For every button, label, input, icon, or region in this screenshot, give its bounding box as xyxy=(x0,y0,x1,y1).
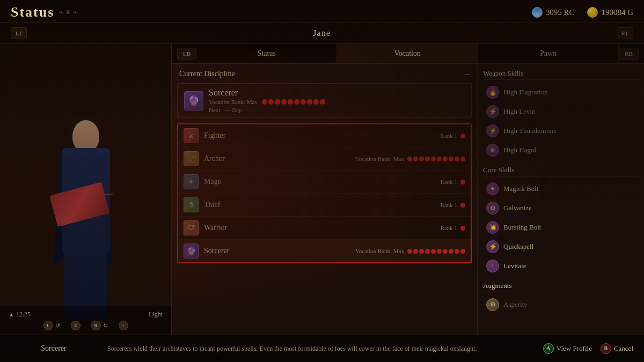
skill-galvanize[interactable]: ⚙ Galvanize xyxy=(483,199,639,217)
sorc-dot-9 xyxy=(455,249,459,254)
top-nav: LT Jane RT xyxy=(0,23,644,43)
dot-10 xyxy=(320,99,325,105)
rotate-right-icon: ↻ xyxy=(103,322,108,329)
mage-icon: ✦ xyxy=(184,174,199,189)
skill-levitate[interactable]: ↑ Levitate xyxy=(483,257,639,275)
view-profile-button[interactable]: A View Profile xyxy=(543,343,592,354)
content-area: Current Discipline – 🔮 Sorcerer Vocation… xyxy=(172,64,644,335)
rc-currency: 3095 RC xyxy=(532,7,575,18)
view-profile-label: View Profile xyxy=(557,344,592,353)
core-skills-title: Core Skills xyxy=(483,166,639,176)
archer-dot-3 xyxy=(419,157,424,161)
skill-bursting-bolt[interactable]: 💥 Bursting Bolt xyxy=(483,218,639,237)
vocation-row-thief[interactable]: 🗡 Thief Rank 1 xyxy=(178,194,471,217)
skill-high-thundermine[interactable]: ⚡ High Thundermine xyxy=(483,122,639,140)
thief-dot-1 xyxy=(460,203,465,208)
skill-magick-bolt[interactable]: ✦ Magick Bolt xyxy=(483,180,639,198)
rotate-left-control[interactable]: L ↺ xyxy=(43,321,60,330)
rb-tab-trigger[interactable]: RB xyxy=(619,48,639,60)
skills-panel: Weapon Skills 🔥 High Flagration ⚡ High L… xyxy=(478,64,644,335)
thief-rank-text: Rank 1 xyxy=(441,202,457,208)
dot-9 xyxy=(313,99,319,105)
thief-icon: 🗡 xyxy=(184,197,199,212)
current-vocation-details: Sorcerer Vocation Rank: Max xyxy=(209,88,465,113)
high-flagration-icon: 🔥 xyxy=(486,86,499,99)
current-vocation-rank-row: Vocation Rank: Max xyxy=(209,99,465,105)
sorcerer-icon: 🔮 xyxy=(184,243,199,258)
rc-icon xyxy=(532,7,543,18)
fighter-dot-1 xyxy=(460,134,465,138)
archer-dots xyxy=(407,157,465,161)
skill-quickspell[interactable]: ⚡ Quickspell xyxy=(483,238,639,256)
archer-dot-10 xyxy=(460,157,465,161)
discipline-minus-button[interactable]: – xyxy=(465,69,470,79)
vocation-row-sorcerer[interactable]: 🔮 Sorcerer Vocation Rank: Max xyxy=(178,240,471,262)
archer-dot-8 xyxy=(449,157,453,161)
list-control[interactable]: ≡ xyxy=(71,321,80,330)
thief-dots xyxy=(460,203,465,208)
magick-bolt-name: Magick Bolt xyxy=(503,184,538,193)
current-rank-label: Vocation Rank: Max xyxy=(209,99,258,105)
sorc-dot-6 xyxy=(437,249,442,254)
vocation-row-warrior[interactable]: 🛡 Warrior Rank 1 xyxy=(178,217,471,240)
rotate-left-icon: ↺ xyxy=(55,322,60,329)
bursting-bolt-name: Bursting Bolt xyxy=(503,223,541,232)
mage-name: Mage xyxy=(204,178,435,186)
gold-amount: 190084 G xyxy=(601,8,633,17)
mage-dot-1 xyxy=(460,180,465,184)
archer-dot-2 xyxy=(413,157,418,161)
rt-button[interactable]: RT xyxy=(617,27,633,39)
header: Status ❧❦❧ 3095 RC 190084 G xyxy=(0,0,644,23)
lt-button[interactable]: LT xyxy=(11,27,27,39)
sorc-dot-2 xyxy=(413,249,418,254)
bottom-description: Sorcerers wield their archistaves to inc… xyxy=(97,344,543,353)
character-head xyxy=(72,120,99,152)
player-name: Jane xyxy=(27,28,616,38)
dot-5 xyxy=(288,99,293,105)
vocation-row-archer[interactable]: 🏹 Archer Vocation Rank: Max xyxy=(178,147,471,171)
dot-3 xyxy=(275,99,280,105)
archer-rank-text: Vocation Rank: Max xyxy=(355,156,404,162)
archer-icon: 🏹 xyxy=(184,151,199,166)
dot-2 xyxy=(268,99,274,105)
cancel-button[interactable]: B Cancel xyxy=(601,343,633,354)
warrior-rank-text: Rank 1 xyxy=(441,225,457,231)
bursting-bolt-icon: 💥 xyxy=(486,221,499,234)
zoom-control[interactable]: ↕ xyxy=(119,321,128,330)
core-skills-section: Core Skills ✦ Magick Bolt ⚙ Galvanize 💥 … xyxy=(483,166,639,275)
center-panel: Current Discipline – 🔮 Sorcerer Vocation… xyxy=(172,64,478,335)
sorcerer-dots xyxy=(407,249,465,254)
high-thundermine-name: High Thundermine xyxy=(503,127,557,135)
tab-status[interactable]: Status xyxy=(196,43,337,63)
character-panel: ▲ 12.25 Light L ↺ ≡ R ↻ xyxy=(0,43,172,335)
sorcerer-rank-info: Vocation Rank: Max xyxy=(355,248,465,254)
skill-high-levin[interactable]: ⚡ High Levin xyxy=(483,102,639,121)
lb-tab-trigger[interactable]: LB xyxy=(177,48,196,60)
archer-dot-7 xyxy=(443,157,448,161)
discipline-header: Current Discipline – xyxy=(177,69,472,79)
skill-asperity[interactable]: ⚙ Asperity xyxy=(483,295,639,314)
current-vocation-row: 🔮 Sorcerer Vocation Rank: Max xyxy=(184,88,465,113)
levitate-icon: ↑ xyxy=(486,260,499,272)
fighter-rank-info: Rank 1 xyxy=(441,132,465,139)
vocation-row-fighter[interactable]: ⚔ Fighter Rank 1 xyxy=(178,124,471,147)
skill-high-hagol[interactable]: ❄ High Hagol xyxy=(483,141,639,159)
main-layout: ▲ 12.25 Light L ↺ ≡ R ↻ xyxy=(0,43,644,335)
bottom-actions: A View Profile B Cancel xyxy=(543,343,633,354)
tab-pawn[interactable]: Pawn xyxy=(478,43,619,63)
skill-high-flagration[interactable]: 🔥 High Flagration xyxy=(483,83,639,101)
asperity-name: Asperity xyxy=(503,300,528,309)
sorc-dot-4 xyxy=(425,249,430,254)
bottom-vocation-name: Sorcerer xyxy=(11,344,97,353)
warrior-dot-1 xyxy=(460,226,465,231)
archer-dot-4 xyxy=(425,157,430,161)
vocation-row-mage[interactable]: ✦ Mage Rank 1 xyxy=(178,171,471,194)
sorc-dot-8 xyxy=(449,249,453,254)
rotate-right-control[interactable]: R ↻ xyxy=(91,321,108,330)
archer-rank-info: Vocation Rank: Max xyxy=(355,156,465,162)
a-button: A xyxy=(543,343,554,354)
thief-name: Thief xyxy=(204,201,435,209)
high-hagol-icon: ❄ xyxy=(486,144,499,157)
r-button: R xyxy=(91,321,101,330)
tab-vocation[interactable]: Vocation xyxy=(337,43,478,63)
